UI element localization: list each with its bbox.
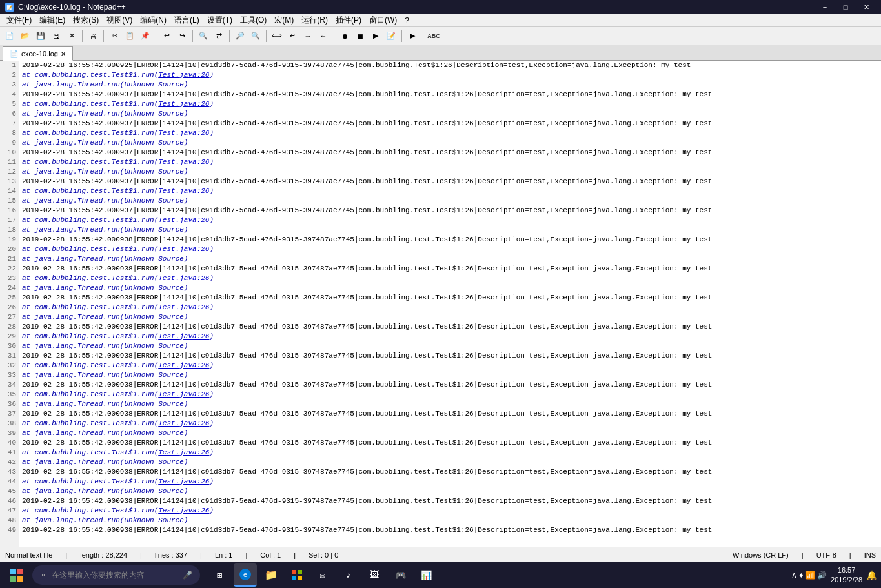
text-line[interactable]: 2019-02-28 16:55:42.000938|ERROR|14124|1… (19, 380, 881, 390)
menu-file[interactable]: 文件(F) (3, 14, 35, 26)
system-clock[interactable]: 16:57 2019/2/28 (831, 565, 862, 585)
text-line[interactable]: at java.lang.Thread.run(Unknown Source) (19, 254, 881, 264)
minimize-button[interactable]: − (815, 0, 835, 14)
start-button[interactable] (4, 563, 30, 587)
text-line[interactable]: at java.lang.Thread.run(Unknown Source) (19, 283, 881, 293)
text-line[interactable]: 2019-02-28 16:55:42.000938|ERROR|14124|1… (19, 322, 881, 332)
text-line[interactable]: at com.bubbling.test.Test$1.run(Test.jav… (19, 361, 881, 370)
menu-macro[interactable]: 宏(M) (270, 14, 298, 26)
text-line[interactable]: at java.lang.Thread.run(Unknown Source) (19, 370, 881, 380)
word-wrap-button[interactable]: ↵ (285, 29, 299, 43)
text-line[interactable]: at com.bubbling.test.Test$1.run(Test.jav… (19, 99, 881, 109)
text-line[interactable]: at com.bubbling.test.Test$1.run(Test.jav… (19, 128, 881, 138)
mail-button[interactable]: ✉ (311, 563, 334, 587)
text-line[interactable]: at java.lang.Thread.run(Unknown Source) (19, 341, 881, 351)
taskbar-search-box[interactable]: ⚬ 在这里输入你要搜索的内容 🎤 (32, 565, 200, 585)
text-line[interactable]: at java.lang.Thread.run(Unknown Source) (19, 458, 881, 467)
text-line[interactable]: at com.bubbling.test.Test$1.run(Test.jav… (19, 187, 881, 196)
text-line[interactable]: at com.bubbling.test.Test$1.run(Test.jav… (19, 157, 881, 167)
run-button[interactable]: ▶ (405, 29, 420, 43)
text-line[interactable]: at java.lang.Thread.run(Unknown Source) (19, 516, 881, 525)
print-button[interactable]: 🖨 (86, 29, 100, 43)
zoom-in-button[interactable]: 🔎 (233, 29, 247, 43)
menu-search[interactable]: 搜索(S) (69, 14, 103, 26)
open-button[interactable]: 📂 (18, 29, 32, 43)
text-line[interactable]: 2019-02-28 16:55:42.000938|ERROR|14124|1… (19, 467, 881, 477)
tab-close-button[interactable]: ✕ (61, 50, 66, 57)
indent-button[interactable]: → (301, 29, 315, 43)
sync-scroll-button[interactable]: ⟺ (270, 29, 284, 43)
copy-button[interactable]: 📋 (123, 29, 137, 43)
text-line[interactable]: at com.bubbling.test.Test$1.run(Test.jav… (19, 332, 881, 341)
macro-stop-button[interactable]: ⏹ (353, 29, 367, 43)
text-line[interactable]: 2019-02-28 16:55:42.000937|ERROR|14124|1… (19, 177, 881, 187)
text-line[interactable]: at com.bubbling.test.Test$1.run(Test.jav… (19, 390, 881, 400)
new-button[interactable]: 📄 (3, 29, 17, 43)
menu-encoding[interactable]: 编码(N) (136, 14, 170, 26)
save-button[interactable]: 💾 (34, 29, 48, 43)
text-line[interactable]: at java.lang.Thread.run(Unknown Source) (19, 196, 881, 206)
menu-view[interactable]: 视图(V) (103, 14, 136, 26)
text-line[interactable]: 2019-02-28 16:55:42.000925|ERROR|14124|1… (19, 61, 881, 70)
menu-settings[interactable]: 设置(T) (203, 14, 236, 26)
text-line[interactable]: at java.lang.Thread.run(Unknown Source) (19, 312, 881, 322)
maximize-button[interactable]: □ (836, 0, 855, 14)
text-line[interactable]: at com.bubbling.test.Test$1.run(Test.jav… (19, 216, 881, 225)
text-line[interactable]: 2019-02-28 16:55:42.000938|ERROR|14124|1… (19, 264, 881, 274)
menu-edit[interactable]: 编辑(E) (35, 14, 69, 26)
macro-play-button[interactable]: ▶ (369, 29, 383, 43)
redo-button[interactable]: ↪ (175, 29, 189, 43)
unknown-button-1[interactable]: 🎮 (389, 563, 412, 587)
text-line[interactable]: at java.lang.Thread.run(Unknown Source) (19, 109, 881, 119)
menu-help[interactable]: ? (401, 14, 413, 26)
text-line[interactable]: 2019-02-28 16:55:42.000938|ERROR|14124|1… (19, 525, 881, 535)
notifications-button[interactable]: 🔔 (866, 570, 877, 580)
text-line[interactable]: at java.lang.Thread.run(Unknown Source) (19, 487, 881, 496)
text-line[interactable]: at java.lang.Thread.run(Unknown Source) (19, 167, 881, 177)
text-line[interactable]: at java.lang.Thread.run(Unknown Source) (19, 400, 881, 409)
text-line[interactable]: at java.lang.Thread.run(Unknown Source) (19, 429, 881, 438)
text-line[interactable]: at com.bubbling.test.Test$1.run(Test.jav… (19, 419, 881, 429)
outdent-button[interactable]: ← (316, 29, 330, 43)
undo-button[interactable]: ↩ (159, 29, 174, 43)
file-explorer-button[interactable]: 📁 (259, 563, 283, 587)
menu-window[interactable]: 窗口(W) (365, 14, 401, 26)
close-button[interactable]: ✕ (856, 0, 876, 14)
text-line[interactable]: at com.bubbling.test.Test$1.run(Test.jav… (19, 448, 881, 458)
cut-button[interactable]: ✂ (107, 29, 121, 43)
menu-plugins[interactable]: 插件(P) (332, 14, 365, 26)
save-all-button[interactable]: 🖫 (49, 29, 63, 43)
tab-exce10log[interactable]: 📄 exce-10.log ✕ (3, 46, 73, 61)
abc-button[interactable]: ABC (427, 29, 441, 43)
text-line[interactable]: at com.bubbling.test.Test$1.run(Test.jav… (19, 506, 881, 516)
text-line[interactable]: at java.lang.Thread.run(Unknown Source) (19, 138, 881, 148)
unknown-button-2[interactable]: 📊 (414, 563, 438, 587)
text-line[interactable]: 2019-02-28 16:55:42.000938|ERROR|14124|1… (19, 409, 881, 419)
paste-button[interactable]: 📌 (138, 29, 152, 43)
zoom-out-button[interactable]: 🔍 (248, 29, 263, 43)
text-line[interactable]: 2019-02-28 16:55:42.000938|ERROR|14124|1… (19, 235, 881, 245)
taskview-button[interactable]: ⊞ (208, 563, 231, 587)
text-line[interactable]: 2019-02-28 16:55:42.000938|ERROR|14124|1… (19, 496, 881, 506)
text-line[interactable]: at java.lang.Thread.run(Unknown Source) (19, 225, 881, 235)
text-line[interactable]: 2019-02-28 16:55:42.000937|ERROR|14124|1… (19, 148, 881, 157)
text-line[interactable]: 2019-02-28 16:55:42.000937|ERROR|14124|1… (19, 90, 881, 99)
text-line[interactable]: at com.bubbling.test.Test$1.run(Test.jav… (19, 303, 881, 312)
text-line[interactable]: at com.bubbling.test.Test$1.run(Test.jav… (19, 245, 881, 254)
macro-save-button[interactable]: 📝 (384, 29, 398, 43)
replace-button[interactable]: ⇄ (212, 29, 226, 43)
close-button-tb[interactable]: ✕ (65, 29, 79, 43)
text-line[interactable]: at com.bubbling.test.Test$1.run(Test.jav… (19, 70, 881, 80)
photos-button[interactable]: 🖼 (363, 563, 386, 587)
menu-run[interactable]: 运行(R) (298, 14, 332, 26)
text-line[interactable]: 2019-02-28 16:55:42.000938|ERROR|14124|1… (19, 293, 881, 303)
text-line[interactable]: at com.bubbling.test.Test$1.run(Test.jav… (19, 477, 881, 487)
text-line[interactable]: 2019-02-28 16:55:42.000938|ERROR|14124|1… (19, 351, 881, 361)
text-line[interactable]: 2019-02-28 16:55:42.000937|ERROR|14124|1… (19, 119, 881, 128)
menu-language[interactable]: 语言(L) (170, 14, 203, 26)
text-line[interactable]: 2019-02-28 16:55:42.000938|ERROR|14124|1… (19, 438, 881, 448)
store-button[interactable] (285, 563, 309, 587)
find-button[interactable]: 🔍 (196, 29, 210, 43)
menu-tools[interactable]: 工具(O) (236, 14, 270, 26)
music-button[interactable]: ♪ (337, 563, 360, 587)
